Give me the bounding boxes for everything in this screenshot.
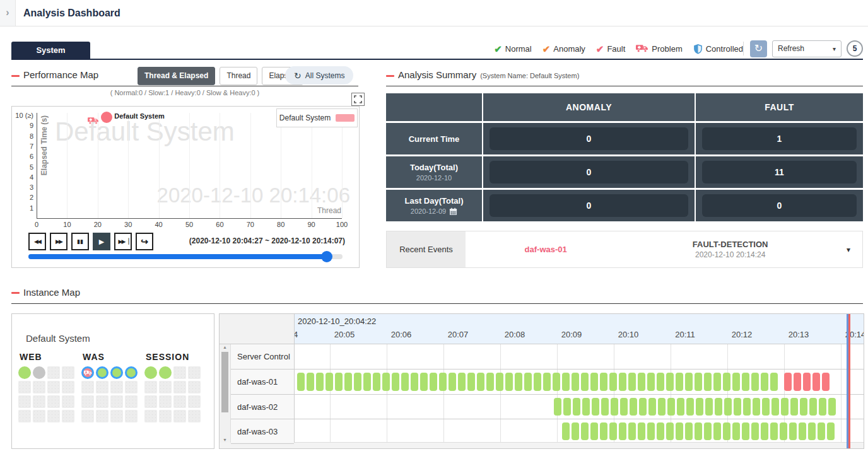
timeline-block-normal[interactable] <box>751 422 759 440</box>
timeline-block-normal[interactable] <box>704 422 712 440</box>
share-button[interactable]: ↪ <box>136 233 153 250</box>
pause-button[interactable]: ▮▮ <box>71 233 89 250</box>
timeline-block-normal[interactable] <box>600 422 607 440</box>
play-button[interactable]: ▶ <box>93 233 110 250</box>
timeline-block-normal[interactable] <box>732 373 740 391</box>
timeline-block-normal[interactable] <box>762 398 770 416</box>
timeline-row-label-daf-was-01[interactable]: daf-was-01 <box>231 370 294 395</box>
timeline-block-normal[interactable] <box>420 373 428 391</box>
timeline-row-label-daf-was-02[interactable]: daf-was-02 <box>231 395 294 419</box>
timeline-block-normal[interactable] <box>562 373 570 391</box>
timeline-block-normal[interactable] <box>382 373 390 391</box>
timeline-block-normal[interactable] <box>819 398 826 416</box>
timeline-block-normal[interactable] <box>753 398 760 416</box>
timeline-block-normal[interactable] <box>581 422 589 440</box>
timeline-block-normal[interactable] <box>677 398 684 416</box>
timeline-block-normal[interactable] <box>800 398 807 416</box>
timeline-block-normal[interactable] <box>781 398 789 416</box>
timeline-block-normal[interactable] <box>430 373 437 391</box>
timeline-block-normal[interactable] <box>742 422 749 440</box>
instance-cell-normal-sel[interactable] <box>125 366 138 379</box>
timeline-block-normal[interactable] <box>316 373 324 391</box>
timeline-block-normal[interactable] <box>572 373 579 391</box>
timeline-block-normal[interactable] <box>401 373 409 391</box>
timeline-block-normal[interactable] <box>344 373 352 391</box>
timeline-block-normal[interactable] <box>307 373 314 391</box>
scroll-down-icon[interactable]: ▼ <box>220 438 230 442</box>
tab-system[interactable]: System <box>11 42 90 59</box>
timeline-block-normal[interactable] <box>771 398 779 416</box>
timeline-block-fault[interactable] <box>784 373 792 391</box>
timeline-block-normal[interactable] <box>543 373 551 391</box>
timeline-block-normal[interactable] <box>808 422 816 440</box>
timeline-block-normal[interactable] <box>590 373 598 391</box>
timeline-block-fault[interactable] <box>812 373 820 391</box>
timeline-horizontal-scrollbar[interactable] <box>220 442 864 448</box>
timeline-block-normal[interactable] <box>715 398 722 416</box>
timeline-block-normal[interactable] <box>666 422 674 440</box>
timeline-block-normal[interactable] <box>628 422 636 440</box>
timeline-block-fault[interactable] <box>794 373 801 391</box>
timeline-block-normal[interactable] <box>724 398 732 416</box>
instance-cell-problem-sel[interactable] <box>81 366 94 379</box>
timeline-block-normal[interactable] <box>363 373 371 391</box>
timeline-block-normal[interactable] <box>676 373 683 391</box>
instance-cell-normal[interactable] <box>18 366 31 379</box>
timeline-block-normal[interactable] <box>658 398 666 416</box>
timeline-block-normal[interactable] <box>761 422 768 440</box>
recent-event-instance[interactable]: daf-was-01 <box>466 231 626 267</box>
timeline-block-normal[interactable] <box>524 373 532 391</box>
timeline-block-normal[interactable] <box>354 373 361 391</box>
instance-cell-normal-sel[interactable] <box>110 366 123 379</box>
timeline-block-normal[interactable] <box>411 373 418 391</box>
timeline-block-normal[interactable] <box>685 373 693 391</box>
timeline-block-normal[interactable] <box>496 373 503 391</box>
timeline-block-normal[interactable] <box>704 373 712 391</box>
timeline-block-normal[interactable] <box>770 373 778 391</box>
timeline-block-normal[interactable] <box>326 373 333 391</box>
fast-forward-button[interactable]: ▶▶ <box>50 233 67 250</box>
scroll-up-icon[interactable]: ▲ <box>220 345 230 349</box>
timeline-block-normal[interactable] <box>809 398 817 416</box>
timeline-block-normal[interactable] <box>458 373 466 391</box>
timeline-block-normal[interactable] <box>713 422 721 440</box>
timeline-block-normal[interactable] <box>705 398 713 416</box>
timeline-block-normal[interactable] <box>572 422 579 440</box>
timeline-block-normal[interactable] <box>486 373 494 391</box>
time-slider-handle[interactable] <box>321 251 332 262</box>
timeline-block-normal[interactable] <box>600 373 607 391</box>
timeline-block-normal[interactable] <box>592 398 599 416</box>
timeline-vertical-scrollbar[interactable]: ▲ ▼ <box>220 344 231 443</box>
timeline-block-normal[interactable] <box>630 398 637 416</box>
all-systems-button[interactable]: ↻ All Systems <box>285 66 353 84</box>
timeline-block-normal[interactable] <box>789 422 797 440</box>
timeline-block-normal[interactable] <box>685 422 693 440</box>
instance-cell-stopped[interactable] <box>33 366 45 379</box>
timeline-block-normal[interactable] <box>563 398 571 416</box>
timeline-block-normal[interactable] <box>449 373 456 391</box>
refresh-interval-select[interactable]: Refresh ▾ <box>772 40 842 57</box>
timeline-block-normal[interactable] <box>647 373 655 391</box>
timeline-block-normal[interactable] <box>696 398 703 416</box>
timeline-block-normal[interactable] <box>742 373 749 391</box>
timeline-block-normal[interactable] <box>638 373 645 391</box>
scrollbar-thumb[interactable] <box>221 352 228 412</box>
timeline-block-fault[interactable] <box>822 373 830 391</box>
timeline-block-normal[interactable] <box>619 373 626 391</box>
timeline-block-normal[interactable] <box>590 422 598 440</box>
timeline-row-label-daf-was-03[interactable]: daf-was-03 <box>231 419 294 444</box>
timeline-block-normal[interactable] <box>628 373 636 391</box>
instance-cell-normal[interactable] <box>144 366 157 379</box>
skip-back-button[interactable]: ◀◀ <box>28 233 46 250</box>
timeline-block-normal[interactable] <box>553 373 560 391</box>
recent-events-expand-button[interactable]: ▾ <box>835 231 862 267</box>
timeline-block-normal[interactable] <box>611 398 618 416</box>
timeline-block-normal[interactable] <box>751 373 759 391</box>
timeline-block-normal[interactable] <box>734 398 741 416</box>
timeline-block-normal[interactable] <box>790 398 798 416</box>
timeline-block-normal[interactable] <box>713 373 721 391</box>
timeline-block-normal[interactable] <box>647 422 655 440</box>
timeline-block-normal[interactable] <box>582 398 590 416</box>
timeline-block-normal[interactable] <box>534 373 541 391</box>
timeline-block-normal[interactable] <box>648 398 656 416</box>
